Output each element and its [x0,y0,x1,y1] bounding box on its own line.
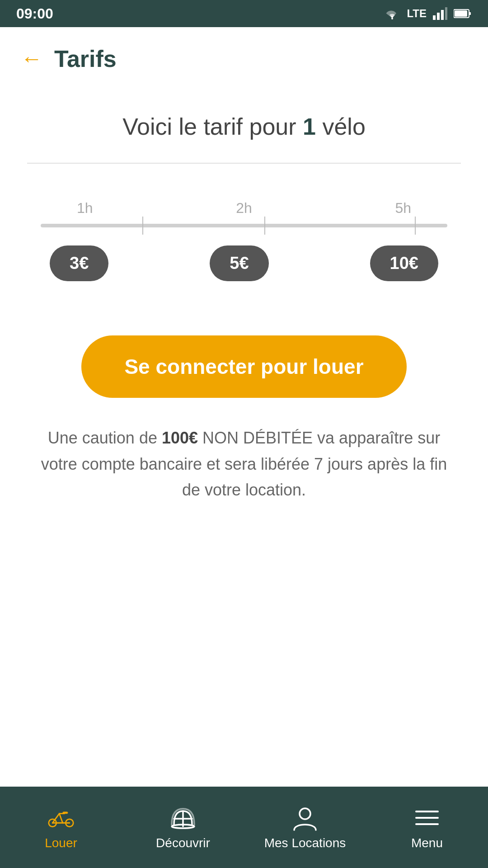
menu-icon [413,804,441,831]
timeline-labels: 1h 2h 5h [41,200,447,217]
wifi-icon [384,7,400,20]
caution-text: Une caution de 100€ NON DÉBITÉE va appar… [27,425,461,503]
tarif-number: 1 [303,113,316,140]
tarif-heading-suffix: vélo [316,113,366,140]
tick-5h [415,217,416,235]
section-divider [27,163,461,164]
svg-rect-10 [63,812,68,814]
timeline-track [41,224,447,227]
timeline-section: 1h 2h 5h 3€ 5€ 10€ [27,200,461,281]
price-badges: 3€ 5€ 10€ [41,245,447,281]
svg-rect-6 [469,12,471,15]
svg-point-0 [391,18,393,19]
tarif-heading-prefix: Voici le tarif pour [122,113,303,140]
nav-label-louer: Louer [45,836,77,850]
page-title: Tarifs [54,45,117,72]
price-badge-10: 10€ [370,245,438,281]
nav-item-mes-locations[interactable]: Mes Locations [244,804,366,850]
mes-locations-icon [291,804,319,831]
lte-icon: LTE [407,7,427,20]
main-content: Voici le tarif pour 1 vélo 1h 2h 5h 3€ 5… [0,86,488,787]
nav-label-menu: Menu [411,836,443,850]
svg-point-14 [300,808,310,819]
svg-rect-1 [433,15,436,20]
timeline-label-5h: 5h [395,200,411,217]
caution-amount: 100€ [162,429,198,447]
svg-rect-4 [445,7,447,20]
nav-item-decouvrir[interactable]: Découvrir [122,804,244,850]
decouvrir-icon [169,804,197,831]
status-time: 09:00 [16,5,53,22]
bottom-nav: Louer Découvrir Mes Locations [0,787,488,868]
back-arrow-icon: ← [21,48,42,70]
louer-icon [47,804,75,831]
svg-rect-2 [437,13,440,20]
svg-rect-7 [455,10,467,17]
nav-label-decouvrir: Découvrir [156,836,210,850]
battery-icon [454,8,472,19]
price-badge-5: 5€ [210,245,268,281]
price-badge-3: 3€ [50,245,108,281]
caution-prefix: Une caution de [48,429,162,447]
timeline-label-1h: 1h [77,200,93,217]
tick-2h [264,217,265,235]
timeline-label-2h: 2h [236,200,252,217]
nav-item-louer[interactable]: Louer [0,804,122,850]
status-bar: 09:00 LTE [0,0,488,27]
back-button[interactable]: ← [18,45,45,72]
nav-item-menu[interactable]: Menu [366,804,488,850]
nav-label-mes-locations: Mes Locations [264,836,346,850]
header: ← Tarifs [0,27,488,86]
signal-icon [433,7,447,20]
status-icons: LTE [384,7,472,20]
svg-rect-3 [441,10,444,20]
connect-to-rent-button[interactable]: Se connecter pour louer [81,335,407,398]
tarif-heading: Voici le tarif pour 1 vélo [27,113,461,140]
tick-1h [142,217,143,235]
